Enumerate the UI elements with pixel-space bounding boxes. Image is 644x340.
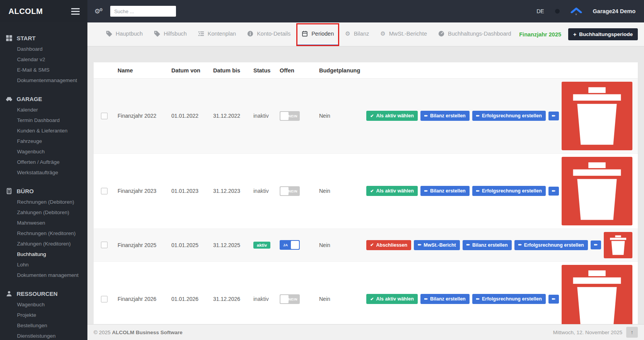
abschliessen-button[interactable]: ✔Abschliessen [366,240,411,250]
caret-down-icon: ▾ [575,13,577,15]
check-icon: ✔ [370,114,374,118]
bilanz-erstellen-button[interactable]: ✏Bilanz erstellen [420,111,470,121]
open-toggle[interactable]: JA [280,240,300,250]
row-checkbox[interactable] [101,113,108,119]
bilanz-erstellen-button[interactable]: ✏Bilanz erstellen [420,294,470,304]
erfolgsrechnung-erstellen-button[interactable]: ✏Erfolgsrechnung erstellen [472,186,546,196]
add-period-button[interactable]: + Buchhaltungsperiode [568,28,638,40]
row-checkbox[interactable] [101,296,108,302]
col-actions-header [363,62,638,79]
tab-kontenplan[interactable]: Kontenplan [193,22,241,46]
col-header-status: Status [250,62,277,79]
delete-row-button[interactable] [562,157,632,225]
cell-name: Finanzjahr 2026 [114,261,168,324]
sidebar-item-rechnungen-kreditoren[interactable]: Rechnungen (Kreditoren) [0,228,87,239]
sidebar-item-werkstattaufträge[interactable]: Werkstattaufträge [0,167,87,178]
tabs: HauptbuchHilfsbuchKontenplanKonto-Detail… [101,22,517,46]
tab-perioden[interactable]: Perioden [296,22,339,46]
menu-hamburger-icon[interactable] [71,7,80,16]
erfolgsrechnung-erstellen-button[interactable]: ✏Erfolgsrechnung erstellen [514,240,588,250]
mwst-bericht-button[interactable]: ✏MwSt.-Bericht [414,240,460,250]
bilanz-erstellen-button[interactable]: ✏Bilanz erstellen [420,186,470,196]
sidebar-item-offerten-aufträge[interactable]: Offerten / Aufträge [0,157,87,167]
sidebar-item-wagenbuch[interactable]: Wagenbuch [0,299,87,310]
erfolgsrechnung-erstellen-button[interactable]: ✏Erfolgsrechnung erstellen [472,294,546,304]
language-selector[interactable]: DE [536,8,544,14]
edit-row-button[interactable]: ✏ [548,295,559,304]
gear-icon: ⚙ [380,31,385,36]
search-input[interactable] [110,6,176,17]
sidebar-item-dokumenten-management[interactable]: Dokumenten management [0,270,87,280]
row-actions: ✔Als aktiv wählen✏Bilanz erstellen✏Erfol… [366,157,635,225]
sidebar-item-rechnungen-debitoren[interactable]: Rechnungen (Debitoren) [0,197,87,207]
erfolgsrechnung-erstellen-button[interactable]: ✏Erfolgsrechnung erstellen [472,111,546,121]
row-checkbox[interactable] [101,188,108,194]
scroll-top-button[interactable]: ↑ [626,327,638,338]
tab-bilanz[interactable]: ⚙Bilanz [340,22,374,46]
sidebar-item-bestellungen[interactable]: Bestellungen [0,320,87,331]
avatar[interactable] [555,9,560,14]
col-header-datum-von: Datum von [168,62,210,79]
sidebar-section-header-start[interactable]: START [0,33,87,44]
als-aktiv-wählen-button[interactable]: ✔Als aktiv wählen [366,294,417,304]
row-checkbox[interactable] [101,242,108,248]
tab-hilfsbuch[interactable]: Hilfsbuch [149,22,192,46]
sidebar-section-header-büro[interactable]: BÜRO [0,185,87,197]
topbar-right: DE ▾ Garage24 Demo [536,7,635,15]
sidebar-section-label: START [17,35,36,41]
brand-chevron-icon[interactable]: ▾ [571,7,582,15]
app-root: ALCOLM STARTDashboardCalendar v2E-Mail &… [0,0,644,340]
sidebar-item-projekte[interactable]: Projekte [0,310,87,320]
open-toggle[interactable]: NEIN [280,111,300,121]
sidebar-item-dashboard[interactable]: Dashboard [0,44,87,54]
sidebar-item-zahlungen-debitoren[interactable]: Zahlungen (Debitoren) [0,207,87,218]
sidebar-item-termin-dashboard[interactable]: Termin Dashboard [0,115,87,125]
sidebar-item-dienstleistungen[interactable]: Dienstleistungen [0,331,87,340]
edit-row-button[interactable]: ✏ [591,240,601,249]
open-toggle[interactable]: NEIN [280,294,300,304]
sidebar-item-e-mail-sms[interactable]: E-Mail & SMS [0,65,87,75]
als-aktiv-wählen-button[interactable]: ✔Als aktiv wählen [366,111,417,121]
sidebar-section-header-garage[interactable]: GARAGE [0,93,87,105]
tabbar: HauptbuchHilfsbuchKontenplanKonto-Detail… [87,22,644,46]
sidebar-item-mahnwesen[interactable]: Mahnwesen [0,218,87,228]
sidebar-item-dokumentenmanagement[interactable]: Dokumentenmanagement [0,75,87,86]
content-area: NameDatum vonDatum bisStatusOffenBudgetp… [87,46,644,324]
edit-row-button[interactable]: ✏ [548,112,559,120]
delete-row-button[interactable] [562,265,632,324]
sidebar-item-calendar-v2[interactable]: Calendar v2 [0,54,87,65]
cell-open: NEIN [277,79,316,154]
sidebar-section-header-ressourcen[interactable]: RESSOURCEN [0,288,87,299]
sidebar-item-buchhaltung[interactable]: Buchhaltung [0,249,87,259]
sidebar-item-lohn[interactable]: Lohn [0,259,87,270]
tab-mwst-berichte[interactable]: ⚙MwSt.-Berichte [375,22,432,46]
delete-row-button[interactable] [604,232,632,258]
edit-row-button[interactable]: ✏ [548,187,559,196]
list-icon [198,31,204,37]
tab-label: Kontenplan [208,31,236,37]
bilanz-erstellen-button[interactable]: ✏Bilanz erstellen [463,240,512,250]
cell-date-to: 31.12.2023 [210,153,250,228]
delete-row-button[interactable] [562,82,632,150]
cell-budget: Nein [316,79,363,154]
sidebar-item-fahrzeuge[interactable]: Fahrzeuge [0,136,87,146]
open-toggle[interactable]: NEIN [280,186,300,196]
sidebar-item-kalender[interactable]: Kalender [0,105,87,115]
sidebar-item-zahlungen-kreditoren[interactable]: Zahlungen (Kreditoren) [0,239,87,249]
sidebar-item-wagenbuch[interactable]: Wagenbuch [0,146,87,157]
cell-actions: ✔Als aktiv wählen✏Bilanz erstellen✏Erfol… [363,261,638,324]
calendar-icon [302,31,308,37]
topbar: ⚙⚙ DE ▾ Garage24 Demo [87,0,644,22]
cell-checkbox [94,228,114,261]
plus-icon: + [573,32,576,37]
tab-buchhaltungs-dashboard[interactable]: Buchhaltungs-Dashboard [433,22,517,46]
als-aktiv-wählen-button[interactable]: ✔Als aktiv wählen [366,186,417,196]
table-row-finanzjahr-2026: Finanzjahr 202601.01.202631.12.2026inakt… [94,261,638,324]
tab-hauptbuch[interactable]: Hauptbuch [101,22,148,46]
tab-konto-details[interactable]: Konto-Details [242,22,296,46]
account-name[interactable]: Garage24 Demo [593,8,635,14]
sidebar-item-kunden-lieferanten[interactable]: Kunden & Lieferanten [0,125,87,136]
sidebar-header: ALCOLM [0,0,87,22]
table-row-finanzjahr-2025: Finanzjahr 202501.01.202531.12.2025aktiv… [94,228,638,261]
settings-cogs-icon[interactable]: ⚙⚙ [94,8,104,15]
